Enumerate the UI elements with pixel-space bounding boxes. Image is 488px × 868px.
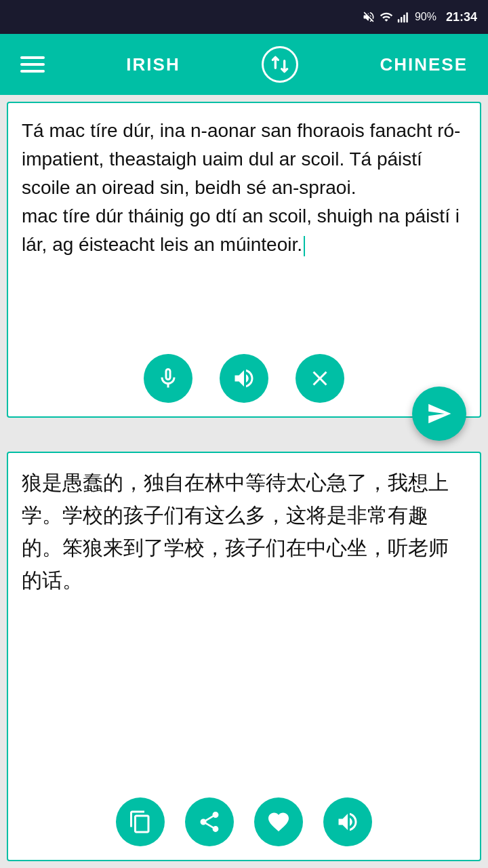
target-text: 狼是愚蠢的，独自在林中等待太心急了，我想上学。学校的孩子们有这么多，这将是非常有… bbox=[8, 453, 480, 791]
speaker-button[interactable] bbox=[220, 354, 268, 403]
target-panel: 狼是愚蠢的，独自在林中等待太心急了，我想上学。学校的孩子们有这么多，这将是非常有… bbox=[7, 452, 481, 861]
svg-rect-3 bbox=[406, 12, 408, 22]
svg-rect-0 bbox=[398, 19, 400, 22]
source-panel: Tá mac tíre dúr, ina n-aonar san fhoraoi… bbox=[7, 102, 481, 418]
svg-rect-1 bbox=[401, 17, 403, 22]
source-actions bbox=[8, 347, 480, 416]
time-display: 21:34 bbox=[446, 10, 477, 24]
favorite-button[interactable] bbox=[254, 797, 303, 846]
status-bar: 90% 21:34 bbox=[0, 0, 488, 34]
target-actions bbox=[8, 791, 480, 860]
toolbar: IRISH CHINESE bbox=[0, 34, 488, 95]
source-text[interactable]: Tá mac tíre dúr, ina n-aonar san fhoraoi… bbox=[8, 103, 480, 347]
swap-languages-button[interactable] bbox=[262, 46, 298, 83]
clear-button[interactable] bbox=[296, 354, 344, 403]
target-language: CHINESE bbox=[380, 54, 468, 75]
share-button[interactable] bbox=[185, 797, 234, 846]
svg-rect-2 bbox=[403, 15, 405, 23]
battery-text: 90% bbox=[415, 11, 436, 23]
copy-button[interactable] bbox=[116, 797, 165, 846]
menu-button[interactable] bbox=[20, 56, 45, 73]
source-language: IRISH bbox=[126, 54, 180, 75]
status-icons: 90% 21:34 bbox=[362, 10, 477, 24]
send-button[interactable] bbox=[412, 387, 466, 441]
microphone-button[interactable] bbox=[144, 354, 192, 403]
volume-button[interactable] bbox=[323, 797, 372, 846]
main-content: Tá mac tíre dúr, ina n-aonar san fhoraoi… bbox=[0, 95, 488, 868]
